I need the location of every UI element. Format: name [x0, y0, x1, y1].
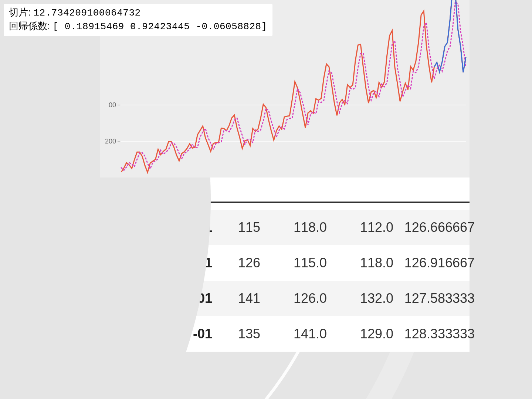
table-row: 1950-01-01115118.0112.0126.666667	[100, 210, 470, 245]
cell-date: 1950-01-01	[111, 220, 222, 235]
cell-col1: 126	[222, 255, 270, 271]
cell-col1: 115	[222, 220, 270, 235]
table-row: 1950-02-01126115.0118.0126.916667	[100, 245, 470, 281]
table-row: -01135141.0129.0128.333333	[100, 316, 470, 352]
cell-col3: 132.0	[336, 291, 403, 306]
cell-col3: 118.0	[336, 255, 403, 271]
cell-date: -01	[111, 326, 222, 342]
cell-col2: 126.0	[270, 291, 336, 306]
table-header-month: Month	[152, 183, 196, 199]
cell-col4: 127.583333	[403, 291, 484, 306]
table-divider	[152, 202, 470, 203]
cell-col2: 118.0	[270, 220, 336, 235]
cell-col4: 128.333333	[403, 326, 484, 342]
cell-col3: 129.0	[336, 326, 403, 342]
coef-values: [ 0.18915469 0.92423445 -0.06058828]	[52, 21, 267, 32]
y-tick-label: 00	[109, 101, 116, 109]
cell-col2: 115.0	[270, 255, 336, 271]
regression-info-box: 切片: 12.734209100064732 回帰係数: [ 0.1891546…	[4, 4, 272, 36]
cell-col1: 141	[222, 291, 270, 306]
cell-col3: 112.0	[336, 220, 403, 235]
table-row: 0-03-01141126.0132.0127.583333	[100, 281, 470, 316]
data-table: Month 1950-01-01115118.0112.0126.6666671…	[100, 177, 470, 352]
cell-col4: 126.666667	[403, 220, 484, 235]
intercept-label: 切片:	[9, 7, 33, 18]
cell-col2: 141.0	[270, 326, 336, 342]
cell-date: 0-03-01	[111, 291, 222, 306]
intercept-value: 12.734209100064732	[33, 7, 140, 18]
y-tick-label: 200	[105, 137, 116, 145]
cell-col1: 135	[222, 326, 270, 342]
cell-date: 1950-02-01	[111, 255, 222, 271]
coef-label: 回帰係数:	[9, 20, 52, 31]
cell-col4: 126.916667	[403, 255, 484, 271]
